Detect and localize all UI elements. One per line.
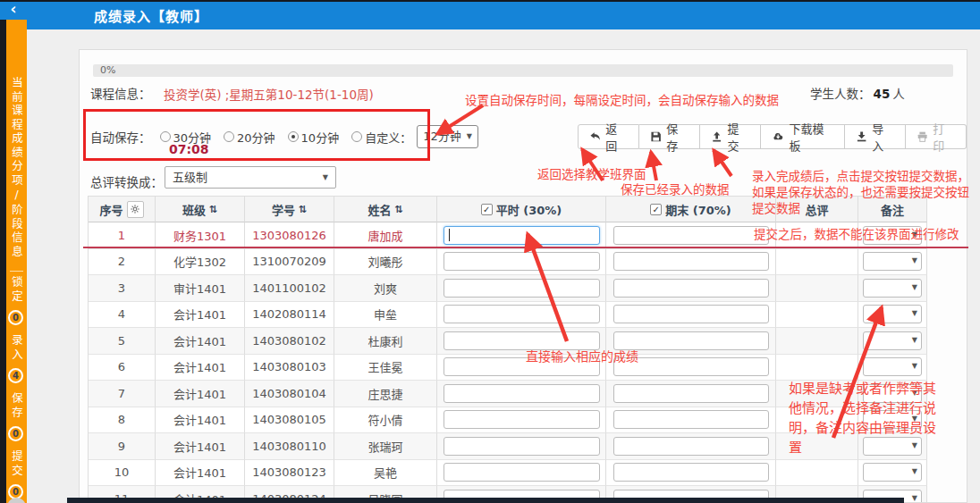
cell-name: 王佳冕 <box>334 355 437 381</box>
final-score-input[interactable] <box>613 305 769 323</box>
cell-regular-score <box>437 460 606 487</box>
sort-icon[interactable]: ⇅ <box>299 204 307 215</box>
return-button[interactable]: 返回 <box>578 124 639 149</box>
text-caret <box>449 229 450 241</box>
regular-score-input[interactable] <box>444 252 600 271</box>
sidebar-item-submitted[interactable]: 提交 <box>6 450 27 478</box>
cell-no: 9 <box>89 433 156 460</box>
final-score-input[interactable] <box>613 331 769 350</box>
checkbox-regular[interactable]: ✓ <box>481 204 493 215</box>
cell-class: 会计1401 <box>156 460 245 487</box>
header-no: 序号 <box>89 197 156 222</box>
final-score-input[interactable] <box>613 463 769 482</box>
cell-no: 7 <box>89 381 156 407</box>
remark-select[interactable]: ▼ <box>863 331 922 350</box>
sidebar-item-entered[interactable]: 录入 <box>6 334 27 362</box>
import-button[interactable]: 导入 <box>845 124 906 149</box>
final-score-input[interactable] <box>613 279 769 298</box>
back-button[interactable]: ‹ <box>0 0 27 20</box>
table-row: 10 会计1401 1403080123 吴艳 ▼ <box>89 460 926 487</box>
chevron-down-icon: ▼ <box>912 467 917 475</box>
table-row: 3 审计1401 1401100102 刘爽 ▼ <box>89 275 926 302</box>
sidebar-bottom-knob[interactable] <box>7 498 26 503</box>
header-final-score: ✓期末 (70%) <box>606 197 776 222</box>
final-score-input[interactable] <box>613 252 769 271</box>
cell-total-score <box>776 355 858 381</box>
chevron-down-icon: ▼ <box>467 126 472 147</box>
sidebar-item-locked[interactable]: 锁定 <box>6 276 27 304</box>
regular-score-input[interactable] <box>444 410 600 429</box>
chevron-down-icon: ▼ <box>323 167 328 188</box>
sort-icon[interactable]: ⇅ <box>394 204 402 215</box>
cell-student-id: 1403080104 <box>245 381 334 407</box>
cell-student-id: 1403080103 <box>245 355 334 381</box>
annotation-input: 直接输入相应的成绩 <box>526 348 638 365</box>
course-info-value: 投资学(英) ;星期五第10-12节(1-10周) <box>164 85 374 103</box>
final-score-input[interactable] <box>613 384 769 403</box>
regular-score-input[interactable] <box>444 226 600 245</box>
column-settings-button[interactable] <box>127 201 144 218</box>
table-body: 1 财务1301 1303080126 唐加成 ▼ 2 化学1302 13100… <box>89 222 926 503</box>
cell-regular-score <box>437 381 606 407</box>
grade-scale-select[interactable]: 五级制▼ <box>165 166 336 189</box>
cell-no: 10 <box>89 460 156 487</box>
cell-name: 刘爽 <box>334 275 437 302</box>
remark-select[interactable]: ▼ <box>863 252 922 271</box>
cell-regular-score <box>437 249 606 276</box>
cell-remark: ▼ <box>858 460 927 487</box>
cell-remark: ▼ <box>858 275 927 302</box>
cell-final-score <box>606 302 776 329</box>
cell-remark: ▼ <box>858 249 927 276</box>
cell-total-score <box>776 302 858 329</box>
progress-bar: 0% <box>93 64 953 77</box>
student-count-number: 45 <box>874 87 891 101</box>
regular-score-input[interactable] <box>444 305 600 323</box>
cell-no: 8 <box>89 407 156 434</box>
final-score-input[interactable] <box>613 410 769 429</box>
sort-icon[interactable]: ⇅ <box>209 204 217 215</box>
remark-select[interactable]: ▼ <box>863 279 922 298</box>
sidebar-item-saved[interactable]: 保存 <box>6 392 27 420</box>
cell-class: 会计1401 <box>156 355 245 381</box>
cell-student-id: 1403080110 <box>245 433 334 460</box>
download-template-button[interactable]: 下载模板 <box>761 124 845 149</box>
cell-total-score <box>776 328 858 355</box>
chevron-down-icon: ▼ <box>912 362 917 370</box>
final-score-input[interactable] <box>613 437 769 456</box>
cell-class: 会计1401 <box>156 328 245 355</box>
cell-no: 2 <box>89 249 156 276</box>
regular-score-input[interactable] <box>444 279 600 298</box>
final-score-input[interactable] <box>613 226 769 245</box>
table-row: 5 会计1401 1403080102 杜康利 ▼ <box>89 328 926 355</box>
regular-score-input[interactable] <box>444 384 600 403</box>
save-button[interactable]: 保存 <box>639 124 700 149</box>
cell-no: 6 <box>89 355 156 381</box>
regular-score-input[interactable] <box>444 437 600 456</box>
remark-select[interactable]: ▼ <box>863 357 922 376</box>
cell-student-id: 1402080114 <box>245 302 334 329</box>
grade-entry-page: 成绩录入【教师】 ‹ 当前课程成绩分项/阶段信息 锁定 0 录入 4 保存 0 … <box>0 0 980 503</box>
sidebar-edge <box>0 19 6 503</box>
regular-score-input[interactable] <box>444 331 600 350</box>
annotation-remark: 如果是缺考或者作弊等其他情况，选择备注进行说明，备注内容由管理员设置 <box>789 379 937 457</box>
cell-final-score <box>606 222 776 249</box>
cell-total-score <box>776 460 858 487</box>
course-info-label: 课程信息： <box>90 84 151 102</box>
cell-class: 会计1401 <box>156 407 245 434</box>
submit-button[interactable]: 提交 <box>700 124 761 149</box>
remark-select[interactable]: ▼ <box>863 463 922 482</box>
annotation-submit: 录入完成绩后，点击提交按钮提交数据，如果是保存状态的，也还需要按提交按钮提交数据 <box>752 168 980 216</box>
checkbox-final[interactable]: ✓ <box>650 204 662 215</box>
toolbar-buttons: 返回 保存 提交 下载模板 导入 打印 <box>578 124 967 149</box>
regular-score-input[interactable] <box>444 463 600 482</box>
chevron-down-icon: ▼ <box>912 256 917 264</box>
reply-icon <box>589 130 601 143</box>
cell-name: 杜康利 <box>334 328 437 355</box>
sidebar-panel-label: 当前课程成绩分项/阶段信息 <box>6 77 27 259</box>
header-regular-score: ✓平时 (30%) <box>437 197 606 222</box>
remark-select[interactable]: ▼ <box>863 305 922 323</box>
chevron-down-icon: ▼ <box>912 494 917 502</box>
print-button[interactable]: 打印 <box>906 124 967 149</box>
cell-regular-score <box>437 407 606 434</box>
cell-final-score <box>606 433 776 460</box>
